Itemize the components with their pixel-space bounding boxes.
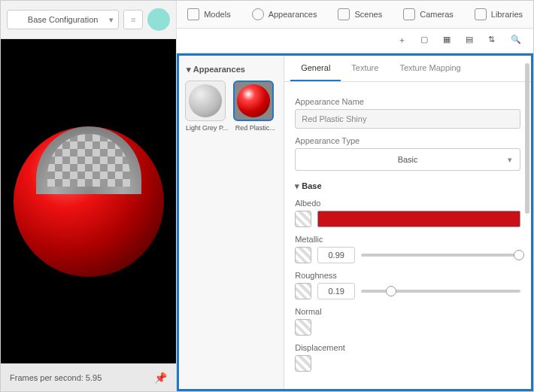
- appearance-pane: ▾ Appearances Light Grey P... Red Plasti…: [177, 53, 533, 391]
- tab-libraries-label: Libraries: [491, 10, 523, 19]
- appearance-item-red[interactable]: Red Plastic...: [233, 81, 277, 132]
- prop-tabs: General Texture Texture Mapping: [284, 56, 531, 82]
- displacement-map-button[interactable]: [295, 355, 311, 372]
- grid-large-icon[interactable]: ▦: [443, 35, 455, 47]
- app-root: Base Configuration ≡ Frames per second: …: [0, 0, 534, 392]
- scene-icon: [338, 8, 350, 20]
- appearance-list: ▾ Appearances Light Grey P... Red Plasti…: [179, 56, 284, 389]
- add-icon[interactable]: ＋: [398, 35, 410, 47]
- metallic-label: Metallic: [295, 235, 520, 244]
- tab-scenes[interactable]: Scenes: [327, 1, 393, 28]
- tab-cameras[interactable]: Cameras: [393, 1, 464, 28]
- nav-tabs: Models Appearances Scenes Cameras Librar…: [177, 1, 533, 29]
- type-label: Appearance Type: [295, 136, 520, 145]
- page-icon[interactable]: ▢: [420, 35, 432, 47]
- metallic-slider[interactable]: [361, 254, 520, 257]
- roughness-input[interactable]: [317, 283, 355, 299]
- config-label: Base Configuration: [28, 15, 99, 24]
- grey-orb-icon: [189, 84, 222, 117]
- tab-models-label: Models: [204, 10, 230, 19]
- normal-map-button[interactable]: [295, 319, 311, 336]
- config-list-icon[interactable]: ≡: [123, 10, 143, 29]
- list-header-label: Appearances: [193, 65, 245, 74]
- roughness-label: Roughness: [295, 271, 520, 280]
- ptab-general[interactable]: General: [290, 56, 341, 81]
- grid-small-icon[interactable]: ▤: [466, 35, 478, 47]
- albedo-map-button[interactable]: [295, 211, 311, 227]
- row-displacement: Displacement: [295, 343, 520, 372]
- roughness-slider[interactable]: [361, 290, 520, 293]
- list-header[interactable]: ▾ Appearances: [185, 62, 278, 81]
- camera-icon: [403, 8, 415, 20]
- thumb-row: Light Grey P... Red Plastic...: [185, 81, 278, 132]
- prop-form: Appearance Name Appearance Type Basic Ba…: [284, 82, 531, 379]
- right-panel: Models Appearances Scenes Cameras Librar…: [177, 1, 533, 391]
- slider-knob[interactable]: [386, 286, 396, 296]
- type-select[interactable]: Basic: [295, 148, 520, 171]
- row-metallic: Metallic: [295, 235, 520, 263]
- properties: General Texture Texture Mapping Appearan…: [284, 56, 531, 389]
- search-icon[interactable]: 🔍: [511, 35, 523, 47]
- albedo-label: Albedo: [295, 199, 520, 208]
- type-value: Basic: [398, 155, 418, 164]
- preview-sphere: [14, 126, 164, 277]
- sort-icon[interactable]: ⇅: [488, 35, 500, 47]
- pin-icon[interactable]: 📌: [154, 372, 167, 384]
- roughness-map-button[interactable]: [295, 283, 311, 299]
- group-base: Base Albedo Metallic: [295, 181, 520, 372]
- config-bar: Base Configuration ≡: [1, 1, 176, 39]
- library-icon: [475, 8, 487, 20]
- ptab-mapping[interactable]: Texture Mapping: [389, 56, 471, 81]
- appearance-item-grey[interactable]: Light Grey P...: [185, 81, 229, 132]
- albedo-color[interactable]: [317, 211, 520, 227]
- ptab-texture[interactable]: Texture: [341, 56, 389, 81]
- fps-label: Frames per second: 5.95: [10, 373, 102, 382]
- appearance-item-label: Red Plastic...: [233, 124, 277, 132]
- normal-label: Normal: [295, 307, 520, 316]
- left-footer: Frames per second: 5.95 📌: [1, 363, 176, 391]
- tab-cameras-label: Cameras: [420, 10, 454, 19]
- tab-models[interactable]: Models: [177, 1, 241, 28]
- displacement-label: Displacement: [295, 343, 520, 352]
- config-select[interactable]: Base Configuration: [7, 10, 119, 29]
- appearance-item-label: Light Grey P...: [185, 124, 229, 132]
- tab-scenes-label: Scenes: [354, 10, 382, 19]
- cube-icon: [187, 8, 199, 20]
- tab-appearances-label: Appearances: [269, 10, 317, 19]
- color-swatch[interactable]: [147, 8, 170, 31]
- viewport[interactable]: [1, 39, 176, 363]
- group-base-header[interactable]: Base: [295, 181, 520, 191]
- metallic-input[interactable]: [317, 247, 355, 263]
- slider-knob[interactable]: [514, 250, 524, 260]
- appearance-icon: [252, 8, 264, 20]
- row-roughness: Roughness: [295, 271, 520, 299]
- name-label: Appearance Name: [295, 97, 520, 106]
- name-input[interactable]: [295, 109, 520, 129]
- scrollbar[interactable]: [525, 63, 529, 214]
- metallic-map-button[interactable]: [295, 247, 311, 263]
- tab-appearances[interactable]: Appearances: [241, 1, 328, 28]
- tab-libraries[interactable]: Libraries: [464, 1, 533, 28]
- left-panel: Base Configuration ≡ Frames per second: …: [1, 1, 177, 391]
- red-orb-icon: [237, 84, 270, 117]
- row-albedo: Albedo: [295, 199, 520, 227]
- toolbar: ＋ ▢ ▦ ▤ ⇅ 🔍: [177, 29, 533, 53]
- row-normal: Normal: [295, 307, 520, 336]
